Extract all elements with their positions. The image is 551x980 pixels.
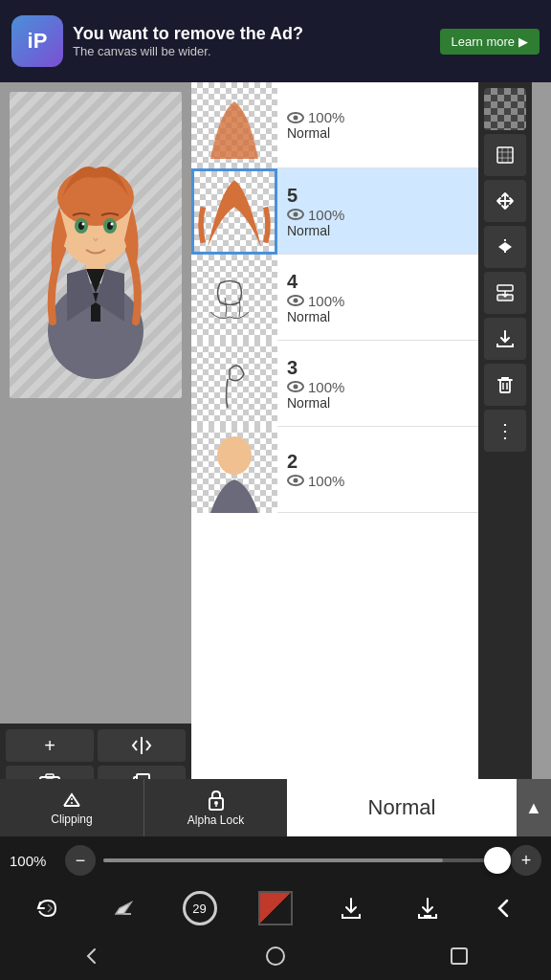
layer-5-number: 5 [287,185,469,207]
color-swatch [258,891,293,925]
svg-point-9 [111,223,114,226]
svg-rect-20 [497,285,513,291]
delete-layer-button[interactable] [484,364,526,406]
clipping-button[interactable]: Clipping [0,779,143,836]
ad-learn-more-button[interactable]: Learn more ▶ [440,29,540,55]
layer-3-info: 3 100% Normal [277,351,478,416]
layer-info: 100% Normal [277,103,478,146]
layer-item-3[interactable]: 3 100% Normal [191,341,478,427]
zoom-label: 100% [10,853,57,869]
color-swatch-button[interactable] [252,887,299,929]
svg-point-24 [267,947,284,965]
download-share-button[interactable] [327,887,375,929]
layer-item-2[interactable]: 2 100% [191,427,478,513]
download-button[interactable] [484,318,526,360]
svg-point-8 [82,223,85,226]
layer-4-number: 4 [287,271,469,293]
clipping-label: Clipping [51,813,92,826]
brush-circle: 29 [183,891,217,925]
zoom-slider-fill [103,858,443,862]
layer-item-4[interactable]: 4 100% Normal [191,255,478,341]
layer-5-thumbnail [191,168,277,255]
app-area: + [0,82,551,829]
layer-5-info: 5 100% Normal [277,179,478,244]
more-options-button[interactable]: ⋮ [484,410,526,452]
layer-3-opacity: 100% [287,379,469,395]
blend-mode-arrow-button[interactable]: ▲ [517,779,551,836]
layer-4-mode: Normal [287,309,469,324]
layer-3-mode: Normal [287,395,469,411]
eye-icon[interactable] [287,112,304,123]
alpha-lock-button[interactable]: Alpha Lock [143,779,287,836]
ad-text: You want to remove the Ad? The canvas wi… [73,24,430,59]
svg-rect-25 [452,948,467,964]
ad-icon: iP [11,15,63,67]
layer-4-eye-icon[interactable] [287,295,304,306]
zoom-slider-track[interactable] [103,858,503,862]
eraser-button[interactable] [99,887,147,929]
undo-transform-button[interactable] [24,887,72,929]
flip-horizontal-button[interactable] [484,226,526,268]
layer-opacity: 100% [287,109,469,125]
ad-banner: iP You want to remove the Ad? The canvas… [0,0,551,82]
svg-point-18 [217,436,252,475]
layer-item-5[interactable]: 5 100% Normal [191,168,478,255]
layer-2-eye-icon[interactable] [287,475,304,486]
layer-2-thumbnail [191,427,277,513]
layers-panel: 100% Normal 5 100% Normal [191,82,478,829]
back-nav-button[interactable] [54,932,130,980]
navigation-bar [0,932,551,980]
brush-number: 29 [192,902,206,916]
home-nav-button[interactable] [237,932,314,980]
layer-2-info: 2 100% [277,445,478,495]
layer-5-opacity: 100% [287,207,469,223]
chevron-up-icon: ▲ [525,798,542,818]
ad-title: You want to remove the Ad? [73,24,430,45]
blend-mode-selector[interactable]: Normal [287,779,517,836]
character-preview [29,101,163,379]
svg-rect-19 [497,147,513,163]
blend-mode-text: Normal [368,795,436,820]
layer-thumbnail [191,82,277,168]
layer-3-thumbnail [191,341,277,427]
layer-5-mode: Normal [287,223,469,238]
bottom-mode-bar: Clipping Alpha Lock Normal ▲ [0,779,551,836]
ad-subtitle: The canvas will be wider. [73,44,430,58]
alpha-lock-label: Alpha Lock [187,813,244,827]
ad-icon-text: iP [28,29,48,54]
layer-3-number: 3 [287,357,469,379]
zoom-bar: 100% − + [0,836,551,884]
move-button[interactable] [484,180,526,222]
recents-nav-button[interactable] [421,932,497,980]
flip-button[interactable] [98,729,186,762]
left-panel: + [0,82,191,829]
zoom-out-button[interactable]: − [65,845,96,876]
layer-mode: Normal [287,125,469,141]
layer-4-opacity: 100% [287,293,469,309]
zoom-in-button[interactable]: + [511,845,541,876]
layer-4-thumbnail [191,255,277,341]
drawing-toolbar: 29 [0,884,551,932]
layer-5-eye-icon[interactable] [287,209,304,220]
transform-button[interactable] [484,134,526,176]
layer-2-opacity: 100% [287,473,469,489]
right-tools-panel: ⋮ [478,82,532,829]
share-alt-button[interactable] [404,887,452,929]
zoom-slider-thumb[interactable] [484,847,511,874]
add-layer-button[interactable]: + [6,729,94,762]
layer-2-number: 2 [287,451,469,473]
svg-point-23 [214,801,218,805]
chevron-right-icon: ▶ [518,34,528,49]
canvas-preview[interactable] [10,92,182,398]
ad-learn-more-label: Learn more [452,34,515,49]
layer-item[interactable]: 100% Normal [191,82,478,168]
merge-layers-button[interactable] [484,272,526,314]
back-button[interactable] [479,887,527,929]
transparency-toggle-button[interactable] [484,88,526,130]
brush-size-button[interactable]: 29 [176,887,224,929]
layer-3-eye-icon[interactable] [287,381,304,392]
layer-4-info: 4 100% Normal [277,265,478,330]
